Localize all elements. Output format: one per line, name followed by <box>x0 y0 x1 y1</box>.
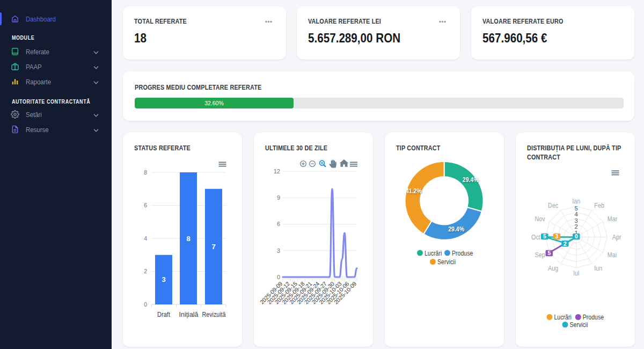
svg-text:6: 6 <box>144 202 147 208</box>
svg-text:4: 4 <box>575 211 579 217</box>
svg-text:Mar: Mar <box>608 215 618 222</box>
svg-text:Feb: Feb <box>594 202 604 209</box>
svg-text:Aug: Aug <box>548 265 558 272</box>
svg-text:4: 4 <box>144 235 147 242</box>
svg-text:Lucrări: Lucrări <box>425 250 442 257</box>
svg-text:2: 2 <box>144 268 147 274</box>
svg-text:5: 5 <box>547 250 551 256</box>
svg-text:3: 3 <box>277 248 280 254</box>
svg-text:8: 8 <box>186 235 190 243</box>
svg-text:9: 9 <box>277 194 280 201</box>
svg-text:Dec: Dec <box>548 202 558 209</box>
svg-text:3: 3 <box>555 233 559 239</box>
svg-text:Lucrări: Lucrări <box>554 314 572 321</box>
svg-text:Inițială: Inițială <box>179 311 199 318</box>
svg-text:Produse: Produse <box>583 314 604 321</box>
svg-text:29.4%: 29.4% <box>448 226 464 232</box>
svg-text:7: 7 <box>211 243 215 251</box>
svg-text:Nov: Nov <box>535 215 545 222</box>
svg-text:5: 5 <box>543 233 546 239</box>
svg-text:0: 0 <box>575 233 578 239</box>
svg-text:Apr: Apr <box>612 234 621 241</box>
svg-text:29.4%: 29.4% <box>463 177 479 184</box>
svg-text:Sep: Sep <box>535 251 545 258</box>
svg-text:Revizuită: Revizuită <box>202 311 226 318</box>
svg-text:Ian: Ian <box>572 198 580 205</box>
svg-text:Servicii: Servicii <box>437 258 456 265</box>
svg-text:2: 2 <box>575 223 578 230</box>
svg-text:8: 8 <box>144 169 147 176</box>
svg-text:0: 0 <box>277 274 280 280</box>
svg-text:Servicii: Servicii <box>570 321 588 328</box>
svg-text:Iun: Iun <box>594 265 602 272</box>
svg-text:2: 2 <box>564 241 567 247</box>
svg-text:Produse: Produse <box>452 250 473 257</box>
svg-text:12: 12 <box>274 168 280 174</box>
svg-text:Draft: Draft <box>157 311 171 318</box>
svg-text:Oct: Oct <box>531 234 541 241</box>
svg-text:6: 6 <box>277 221 280 227</box>
svg-text:Iul: Iul <box>573 270 579 277</box>
svg-text:3: 3 <box>575 217 578 224</box>
svg-text:41.2%: 41.2% <box>406 187 422 194</box>
svg-text:0: 0 <box>144 301 147 308</box>
svg-text:3: 3 <box>162 275 165 283</box>
svg-text:5: 5 <box>575 205 578 212</box>
svg-text:Mai: Mai <box>608 251 617 258</box>
